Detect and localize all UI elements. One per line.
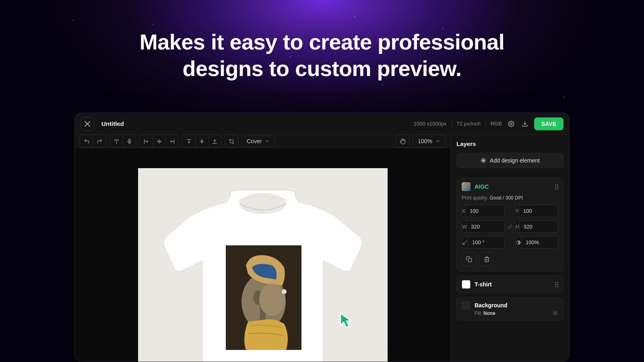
link-wh-button[interactable]	[507, 224, 513, 229]
download-icon	[522, 121, 528, 127]
gear-icon	[508, 121, 514, 127]
drag-handle[interactable]	[555, 282, 558, 287]
layer-thumbnail	[462, 280, 471, 289]
align-right-button[interactable]	[165, 135, 178, 147]
print-quality-label: Print quality:	[462, 195, 488, 201]
align-top-icon	[186, 138, 192, 144]
layers-title: Layers	[456, 140, 564, 147]
fit-mode-label: Cover	[247, 138, 262, 144]
undo-button[interactable]	[80, 135, 93, 147]
w-label: W	[462, 221, 467, 232]
opacity-input[interactable]	[522, 237, 558, 248]
drag-handle[interactable]	[555, 184, 558, 189]
add-element-button[interactable]: Add design element	[456, 153, 564, 168]
zoom-dropdown[interactable]: 100%	[413, 135, 446, 148]
y-label: Y	[516, 205, 519, 217]
close-icon	[85, 121, 90, 127]
y-input[interactable]	[519, 205, 558, 217]
svg-rect-22	[468, 258, 471, 261]
print-artwork[interactable]	[226, 245, 301, 350]
layer-name-aigc: AIGC	[475, 183, 551, 190]
svg-point-25	[555, 313, 556, 314]
layers-panel: Layers Add design element AIGC Print qua…	[450, 135, 569, 362]
flip-h-icon	[114, 138, 120, 144]
layer-settings-button[interactable]	[553, 311, 558, 316]
document-title[interactable]: Untitled	[101, 120, 124, 127]
add-element-label: Add design element	[490, 157, 540, 164]
download-button[interactable]	[520, 119, 529, 128]
close-button[interactable]	[80, 117, 94, 131]
pan-button[interactable]	[396, 135, 409, 147]
redo-button[interactable]	[93, 135, 106, 147]
layer-background[interactable]: Background Fill: None	[456, 297, 564, 321]
align-left-button[interactable]	[140, 135, 153, 147]
align-center-h-icon	[156, 138, 162, 144]
x-label: X	[462, 205, 466, 217]
h-label: H	[516, 221, 520, 232]
save-button[interactable]: SAVE	[534, 117, 564, 130]
layer-thumbnail	[462, 301, 471, 310]
x-input[interactable]	[466, 205, 505, 217]
dpi-info: 72 px/inch	[456, 121, 480, 127]
print-quality-value: Good / 300 DPI	[489, 195, 523, 201]
headline: Makes it easy to create professional des…	[0, 0, 644, 82]
duplicate-button[interactable]	[462, 252, 476, 266]
align-middle-v-icon	[199, 138, 205, 144]
zoom-value: 100%	[418, 138, 432, 144]
divider	[485, 121, 486, 127]
svg-point-19	[282, 289, 287, 294]
h-input[interactable]	[520, 221, 558, 232]
opacity-label	[516, 237, 522, 248]
settings-button[interactable]	[507, 119, 516, 128]
background-fill-row: Fill: None	[457, 311, 563, 320]
layer-aigc[interactable]: AIGC Print quality: Good / 300 DPI X	[456, 178, 564, 272]
layer-thumbnail	[462, 182, 471, 191]
align-left-icon	[143, 138, 149, 144]
link-icon	[508, 224, 512, 229]
svg-point-18	[259, 284, 285, 316]
fill-value: None	[483, 311, 495, 316]
divider	[451, 121, 452, 127]
redo-icon	[97, 138, 103, 144]
w-input[interactable]	[467, 221, 505, 232]
plus-circle-icon	[480, 157, 487, 164]
color-mode: RGB	[491, 121, 502, 127]
toolbar: Cover 100%	[75, 135, 450, 148]
topbar: Untitled 1000 x1000px 72 px/inch RGB SAV…	[75, 113, 569, 135]
flip-v-icon	[126, 138, 132, 144]
artboard[interactable]	[138, 168, 388, 362]
align-bottom-icon	[212, 138, 218, 144]
layer-name-background: Background	[475, 302, 558, 309]
headline-line1: Makes it easy to create professional	[0, 29, 644, 56]
align-center-h-button[interactable]	[153, 135, 165, 147]
rotation-label	[462, 237, 468, 248]
align-middle-v-button[interactable]	[195, 135, 208, 147]
svg-point-0	[510, 123, 512, 125]
hand-icon	[400, 138, 406, 144]
delete-button[interactable]	[479, 252, 494, 266]
rotation-input[interactable]	[468, 237, 505, 248]
fit-mode-dropdown[interactable]: Cover	[242, 136, 275, 147]
align-bottom-button[interactable]	[208, 135, 221, 147]
trash-icon	[484, 256, 490, 262]
copy-icon	[466, 256, 472, 262]
crop-icon	[229, 138, 235, 144]
canvas-size: 1000 x1000px	[414, 121, 447, 127]
flip-horizontal-button[interactable]	[110, 135, 123, 147]
undo-icon	[84, 138, 90, 144]
align-top-button[interactable]	[182, 135, 195, 147]
fill-label: Fill:	[475, 311, 482, 316]
cursor-pointer-icon	[339, 312, 355, 329]
align-right-icon	[169, 138, 175, 144]
app-window: Untitled 1000 x1000px 72 px/inch RGB SAV…	[74, 113, 570, 362]
layer-tshirt[interactable]: T-shirt	[456, 276, 564, 293]
canvas[interactable]	[75, 148, 450, 362]
crop-button[interactable]	[225, 135, 238, 147]
print-quality-row: Print quality: Good / 300 DPI	[462, 195, 558, 201]
chevron-down-icon	[436, 139, 440, 144]
chevron-down-icon	[265, 139, 270, 144]
layer-name-tshirt: T-shirt	[475, 281, 551, 288]
flip-vertical-button[interactable]	[123, 135, 136, 147]
gear-icon	[553, 311, 558, 316]
headline-line2: designs to custom preview.	[0, 56, 644, 82]
